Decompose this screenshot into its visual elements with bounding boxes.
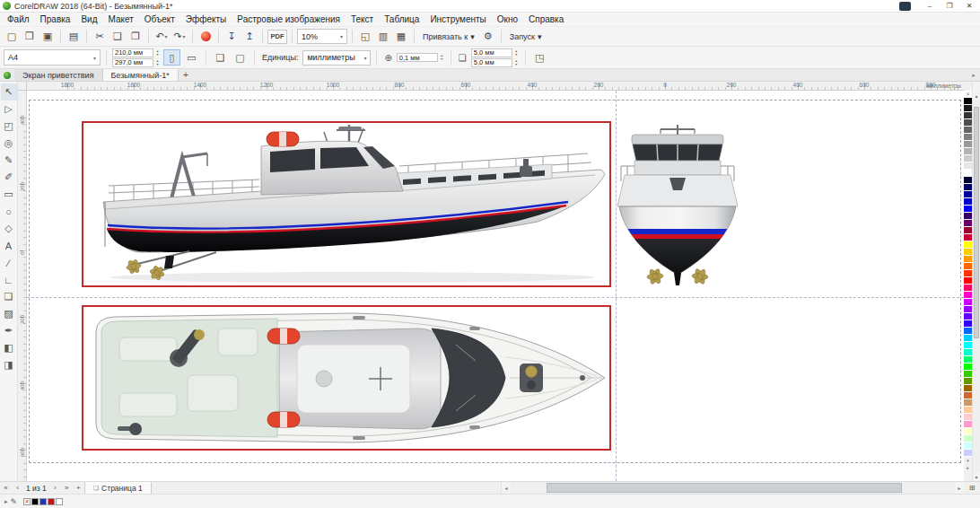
front-view-drawing[interactable] bbox=[617, 124, 738, 290]
crop-tool[interactable]: ◰ bbox=[1, 118, 17, 135]
palette-swatch[interactable] bbox=[964, 320, 972, 328]
palette-swatch[interactable] bbox=[964, 155, 972, 162]
palette-swatch[interactable] bbox=[964, 148, 972, 155]
maximize-button[interactable]: ❐ bbox=[941, 0, 958, 12]
palette-swatch[interactable] bbox=[964, 299, 972, 306]
rectangle-tool[interactable]: ▭ bbox=[1, 186, 17, 203]
page-height-spinner[interactable]: ▴▾ bbox=[154, 59, 161, 66]
undo-button[interactable]: ↶▾ bbox=[153, 29, 170, 45]
menu-item-file[interactable]: Файл bbox=[2, 13, 35, 26]
smart-fill-tool[interactable]: ◨ bbox=[1, 356, 17, 373]
dimension-tool[interactable]: ∕ bbox=[1, 254, 17, 271]
menu-item-tools[interactable]: Инструменты bbox=[424, 13, 491, 26]
top-view-frame[interactable] bbox=[82, 305, 611, 451]
palette-swatch[interactable] bbox=[964, 435, 972, 442]
palette-swatch[interactable] bbox=[964, 428, 972, 435]
page-width-input[interactable]: 210,0 мм bbox=[112, 48, 153, 57]
menu-item-view[interactable]: Вид bbox=[75, 13, 102, 26]
launch-dropdown[interactable]: Запуск ▾ bbox=[506, 29, 546, 45]
open-button[interactable]: ❒ bbox=[22, 29, 38, 45]
pick-tool[interactable]: ↖ bbox=[1, 83, 17, 101]
show-grid-button[interactable]: ▦ bbox=[393, 29, 409, 45]
palette-swatch[interactable] bbox=[964, 134, 972, 141]
scroll-left-icon[interactable]: ◂ bbox=[502, 485, 511, 491]
interactive-fill-tool[interactable]: ◧ bbox=[1, 339, 17, 356]
tab-document-1[interactable]: Безымянный-1* bbox=[103, 69, 179, 81]
side-view-frame[interactable] bbox=[82, 121, 611, 287]
import-button[interactable]: ↧ bbox=[223, 29, 240, 45]
palette-swatch[interactable] bbox=[964, 256, 972, 263]
first-page-button[interactable]: « bbox=[0, 483, 12, 494]
menu-item-bitmaps[interactable]: Растровые изображения bbox=[232, 13, 346, 26]
palette-swatch[interactable] bbox=[964, 335, 972, 342]
palette-swatch[interactable] bbox=[964, 220, 972, 227]
drop-shadow-tool[interactable]: ❏ bbox=[1, 288, 17, 305]
menu-item-table[interactable]: Таблица bbox=[379, 13, 424, 26]
drawing-canvas[interactable] bbox=[27, 91, 964, 481]
eyedropper-tool[interactable]: ✒ bbox=[1, 322, 17, 339]
next-page-button[interactable]: › bbox=[49, 483, 61, 494]
treat-as-filled-button[interactable]: ◳ bbox=[531, 49, 548, 66]
vertical-scroll-thumb[interactable] bbox=[974, 107, 979, 337]
palette-swatch[interactable] bbox=[964, 385, 972, 392]
scroll-up-icon[interactable]: ▴ bbox=[973, 91, 980, 100]
page-tab[interactable]: ❏ Страница 1 bbox=[84, 482, 152, 494]
menu-item-edit[interactable]: Правка bbox=[35, 13, 76, 26]
palette-swatch[interactable] bbox=[964, 141, 972, 148]
palette-swatch[interactable] bbox=[964, 363, 972, 371]
menu-item-help[interactable]: Справка bbox=[523, 13, 569, 26]
titlebar-extra-icon[interactable] bbox=[899, 2, 911, 11]
palette-swatch[interactable] bbox=[964, 98, 972, 105]
text-tool[interactable]: A bbox=[1, 237, 17, 254]
palette-swatch[interactable] bbox=[964, 127, 972, 134]
tab-welcome-screen[interactable]: Экран приветствия bbox=[14, 69, 103, 81]
duplicate-y-input[interactable]: 5,0 мм bbox=[471, 58, 512, 67]
navigator-button[interactable]: ⊞ bbox=[964, 483, 980, 494]
options-gear-icon[interactable]: ⚙ bbox=[480, 29, 496, 45]
current-page-button[interactable]: ▢ bbox=[232, 49, 249, 66]
flyout-arrow-icon[interactable]: ▸ bbox=[4, 498, 8, 505]
palette-swatch[interactable] bbox=[964, 177, 972, 184]
vertical-guideline[interactable] bbox=[616, 91, 617, 481]
palette-swatch[interactable] bbox=[964, 407, 972, 414]
palette-swatch[interactable] bbox=[964, 421, 972, 428]
palette-swatch[interactable] bbox=[964, 112, 972, 119]
v-ruler[interactable]: 4002000200400600 bbox=[18, 91, 27, 481]
freehand-tool[interactable]: ✎ bbox=[1, 152, 17, 169]
landscape-orientation-button[interactable]: ▭ bbox=[183, 49, 200, 66]
palette-swatch[interactable] bbox=[964, 191, 972, 198]
redo-button[interactable]: ↷▾ bbox=[171, 29, 188, 45]
add-page-button[interactable]: + bbox=[73, 483, 84, 494]
minimize-button[interactable]: – bbox=[922, 0, 938, 12]
connector-tool[interactable]: ∟ bbox=[1, 271, 17, 288]
ellipse-tool[interactable]: ○ bbox=[1, 203, 17, 220]
palette-swatch[interactable] bbox=[964, 285, 972, 292]
palette-swatch[interactable] bbox=[964, 442, 972, 450]
palette-swatch[interactable] bbox=[964, 241, 972, 249]
duplicate-x-spinner[interactable]: ▴▾ bbox=[513, 49, 520, 57]
palette-swatch[interactable] bbox=[964, 450, 972, 457]
zoom-level-combo[interactable]: 10% ▾ bbox=[297, 29, 347, 44]
close-button[interactable]: ✕ bbox=[961, 0, 977, 12]
shape-tool[interactable]: ▷ bbox=[1, 101, 17, 118]
welcome-home-icon[interactable] bbox=[0, 69, 14, 81]
palette-scroll-down-icon[interactable]: ▾ bbox=[964, 457, 972, 464]
scroll-down-icon[interactable]: ▾ bbox=[973, 472, 980, 481]
document-palette-swatch[interactable] bbox=[39, 498, 47, 505]
palette-swatch[interactable] bbox=[964, 170, 972, 177]
export-button[interactable]: ↥ bbox=[241, 29, 258, 45]
document-palette-swatch[interactable]: ✕ bbox=[23, 498, 31, 505]
document-palette-swatch[interactable] bbox=[48, 498, 55, 505]
tab-scroll-icon[interactable]: ▸ bbox=[967, 69, 980, 81]
horizontal-guideline[interactable] bbox=[27, 297, 964, 298]
menu-item-object[interactable]: Объект bbox=[139, 13, 180, 26]
transparency-tool[interactable]: ▨ bbox=[1, 305, 17, 322]
palette-swatch[interactable] bbox=[964, 162, 972, 170]
palette-swatch[interactable] bbox=[964, 349, 972, 356]
nudge-spinner[interactable]: ▴▾ bbox=[439, 54, 445, 61]
palette-swatch[interactable] bbox=[964, 213, 972, 220]
palette-swatch[interactable] bbox=[964, 356, 972, 363]
page-height-input[interactable]: 297,0 мм bbox=[112, 58, 153, 67]
duplicate-y-spinner[interactable]: ▴▾ bbox=[513, 59, 520, 66]
palette-swatch[interactable] bbox=[964, 392, 972, 399]
